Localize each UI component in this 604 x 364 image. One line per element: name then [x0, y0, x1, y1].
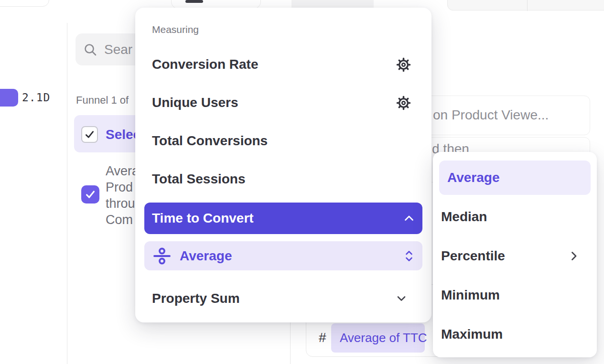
- funnel-badge-label: 2.1D: [22, 91, 50, 104]
- funnel-builder-screen: 2.1D Funnel 1 of Selec Avera Prod throu …: [0, 0, 604, 364]
- funnel-count-label: Funnel 1 of: [76, 94, 129, 107]
- chevron-down-icon: [397, 296, 406, 301]
- funnel-checkbox-checked[interactable]: [81, 126, 98, 143]
- top-left-card-corner: [0, 0, 49, 7]
- submenu-item-average-selected[interactable]: Average: [144, 241, 422, 270]
- measuring-menu-header: Measuring: [152, 24, 199, 35]
- toolbar-icon: [185, 0, 203, 3]
- agg-item-average-selected[interactable]: Average: [439, 161, 591, 195]
- menu-item-time-to-convert-selected[interactable]: Time to Convert: [144, 203, 422, 234]
- funnel-color-badge[interactable]: [0, 89, 18, 107]
- submenu-item-label: Average: [180, 248, 232, 264]
- agg-item-label: Median: [441, 209, 487, 225]
- agg-item-label: Maximum: [441, 327, 503, 342]
- menu-item-total-conversions[interactable]: Total Conversions: [135, 127, 431, 155]
- gear-icon: [396, 57, 411, 72]
- search-icon: [83, 43, 97, 57]
- step-description-line: Prod: [106, 179, 139, 195]
- agg-item-maximum[interactable]: Maximum: [433, 317, 597, 352]
- menu-item-label: Conversion Rate: [152, 57, 259, 72]
- menu-item-label: Property Sum: [152, 291, 240, 306]
- agg-item-minimum[interactable]: Minimum: [433, 278, 597, 312]
- event-step-label: on Product Viewe...: [433, 107, 549, 123]
- agg-item-label: Minimum: [441, 288, 500, 303]
- step-description-line: throu: [106, 195, 139, 212]
- left-column-divider: [67, 23, 67, 364]
- measuring-menu: Measuring Conversion Rate: [135, 8, 431, 322]
- step-description-line: Com: [106, 212, 139, 228]
- aggregation-menu: Average Median Percentile Minimum Maximu…: [433, 152, 597, 357]
- agg-item-label: Average: [447, 170, 499, 185]
- divide-icon: [153, 247, 171, 265]
- metric-pill-dropdown[interactable]: Average of TTC: [331, 323, 425, 353]
- chevron-up-down-icon: [405, 250, 413, 262]
- menu-item-label: Time to Convert: [152, 211, 254, 226]
- menu-item-label: Total Conversions: [152, 133, 268, 149]
- checkmark-icon: [84, 188, 97, 201]
- metric-pill-label: Average of TTC: [340, 331, 427, 345]
- menu-item-total-sessions[interactable]: Total Sessions: [135, 165, 431, 193]
- agg-item-median[interactable]: Median: [433, 200, 597, 234]
- agg-item-label: Percentile: [441, 248, 505, 264]
- gear-button[interactable]: [395, 56, 411, 73]
- menu-item-label: Total Sessions: [152, 171, 246, 187]
- menu-item-property-sum[interactable]: Property Sum: [135, 286, 431, 311]
- menu-item-label: Unique Users: [152, 95, 238, 110]
- menu-item-conversion-rate[interactable]: Conversion Rate: [135, 51, 431, 78]
- agg-item-percentile[interactable]: Percentile: [433, 239, 597, 273]
- step-description-line: Avera: [106, 163, 139, 179]
- segment-divider: [527, 0, 528, 11]
- chevron-up-icon: [404, 215, 414, 222]
- gear-button[interactable]: [395, 95, 411, 111]
- checkmark-icon: [84, 128, 96, 140]
- numeric-type-symbol: #: [319, 330, 326, 345]
- chevron-right-icon: [571, 252, 577, 261]
- step-description: Avera Prod throu Com: [106, 163, 139, 228]
- gear-icon: [396, 96, 411, 110]
- step-checkbox-checked[interactable]: [81, 185, 99, 203]
- menu-item-unique-users[interactable]: Unique Users: [135, 89, 431, 117]
- top-right-segmented-control[interactable]: [447, 0, 604, 11]
